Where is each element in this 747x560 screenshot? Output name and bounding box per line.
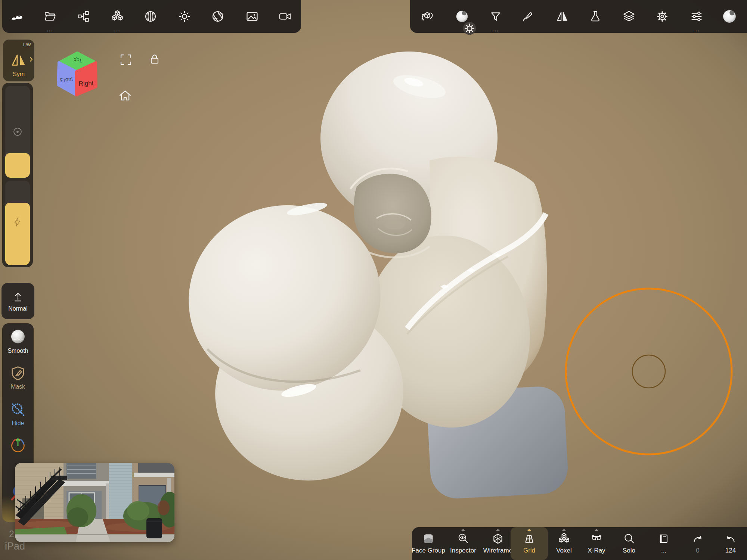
radius-slider-fill: [5, 153, 30, 178]
reference-image[interactable]: [15, 463, 174, 542]
sym-mirror-icon: [10, 51, 28, 69]
topology-more-dots: ...: [104, 27, 131, 32]
solo-magnifier-icon: [623, 532, 635, 545]
top-right-toolbar: ... ...: [410, 0, 747, 33]
inspector-icon: [457, 532, 469, 545]
experimental-button[interactable]: [582, 0, 609, 33]
solo-label: Solo: [623, 547, 635, 554]
background-image-button[interactable]: [239, 0, 266, 33]
smooth-label: Smooth: [7, 348, 28, 354]
face-group-icon: [422, 532, 435, 545]
tool-hide[interactable]: Hide: [2, 402, 34, 427]
camera-button[interactable]: [272, 0, 298, 33]
wireframe-icon: [492, 532, 504, 545]
filter-button[interactable]: ...: [482, 0, 509, 33]
sym-expand-chevron-icon: [30, 57, 33, 62]
fullscreen-button[interactable]: [118, 52, 134, 68]
redo-button[interactable]: 0: [679, 527, 716, 560]
symmetry-toggle-button[interactable]: L/W Sym: [3, 40, 34, 81]
brush-sliders-panel: [2, 83, 33, 267]
face-group-button[interactable]: Face Group: [410, 527, 447, 560]
layers-button[interactable]: [616, 0, 642, 33]
bake-button[interactable]: [414, 0, 441, 33]
nav-cube[interactable]: Top Front Right: [47, 48, 106, 103]
book-icon: [657, 532, 670, 545]
status-count: 2: [9, 529, 14, 539]
voxel-button[interactable]: Voxel: [545, 527, 583, 560]
tool-smooth[interactable]: Smooth: [2, 329, 34, 354]
reference-photo-content: [15, 463, 174, 542]
bottom-toolbar: Face Group Inspector Wireframe Grid: [412, 527, 747, 560]
lock-view-button[interactable]: [146, 51, 163, 67]
radius-icon: [12, 126, 23, 137]
mask-shield-icon: [10, 365, 26, 382]
arrow-up-icon: [12, 290, 24, 303]
face-group-label: Face Group: [412, 547, 445, 554]
tool-mask[interactable]: Mask: [2, 365, 34, 390]
grid-button[interactable]: Grid: [511, 527, 548, 560]
sym-corner-label: L/W: [23, 43, 31, 47]
strength-slider[interactable]: [5, 181, 30, 265]
sym-label: Sym: [3, 71, 34, 78]
radius-slider[interactable]: [5, 86, 30, 178]
paint-button[interactable]: [514, 0, 541, 33]
nav-cube-top-label: Top: [73, 57, 83, 64]
post-process-button[interactable]: [204, 0, 231, 33]
redo-icon: [691, 532, 704, 545]
device-label: iPad: [5, 541, 25, 552]
lighting-button[interactable]: [171, 0, 198, 33]
material-preview-button[interactable]: [449, 0, 475, 33]
files-button[interactable]: ...: [37, 0, 63, 33]
wireframe-label: Wireframe: [483, 547, 512, 554]
hide-label: Hide: [12, 420, 24, 427]
files-more-dots: ...: [37, 27, 63, 32]
brush-settings-button[interactable]: ...: [683, 0, 710, 33]
grid-label: Grid: [523, 547, 535, 554]
settings-button[interactable]: [649, 0, 676, 33]
voxel-icon: [558, 532, 570, 545]
nav-cube-right-label: Right: [78, 80, 94, 87]
inspector-button[interactable]: Inspector: [444, 527, 482, 560]
home-view-button[interactable]: [117, 87, 133, 104]
filter-more-dots: ...: [482, 27, 509, 32]
undo-icon: [724, 532, 737, 545]
redo-count: 0: [696, 547, 699, 554]
material-settings-badge[interactable]: [463, 22, 473, 32]
hide-dotted-icon: [10, 402, 26, 418]
smooth-sphere-icon: [9, 329, 27, 346]
solo-button[interactable]: Solo: [610, 527, 648, 560]
mask-label: Mask: [11, 383, 25, 390]
nomad-sculpt-ui: ... ...: [0, 0, 747, 560]
falloff-label: Normal: [8, 305, 28, 312]
app-logo-icon[interactable]: [3, 0, 30, 33]
scene-graph-button[interactable]: [70, 0, 97, 33]
top-left-toolbar: ... ...: [2, 0, 301, 33]
xray-glasses-icon: [590, 532, 603, 545]
topology-button[interactable]: ...: [104, 0, 131, 33]
undo-button[interactable]: 124: [712, 527, 747, 560]
xray-button[interactable]: X-Ray: [578, 527, 615, 560]
notes-more-label: ...: [661, 547, 666, 554]
matcap-preview-button[interactable]: [716, 0, 743, 33]
symmetry-button[interactable]: [549, 0, 576, 33]
gizmo-icon: [9, 436, 27, 454]
grid-icon: [523, 532, 536, 545]
notes-button[interactable]: ...: [645, 527, 682, 560]
strength-lightning-icon: [12, 217, 23, 228]
brush-settings-more-dots: ...: [683, 27, 710, 32]
xray-label: X-Ray: [588, 547, 605, 554]
inspector-label: Inspector: [450, 547, 476, 554]
falloff-normal-button[interactable]: Normal: [1, 283, 34, 319]
undo-count: 124: [725, 547, 736, 554]
material-button[interactable]: [137, 0, 164, 33]
tool-gizmo[interactable]: [2, 436, 34, 454]
voxel-label: Voxel: [556, 547, 572, 554]
strength-slider-fill: [5, 203, 30, 265]
